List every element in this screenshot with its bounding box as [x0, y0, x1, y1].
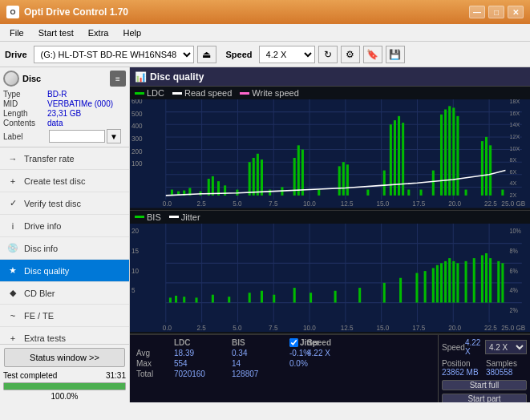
svg-rect-132 [452, 260, 455, 302]
nav-create-test-disc[interactable]: + Create test disc [0, 170, 129, 192]
svg-rect-123 [383, 282, 386, 302]
nav-verify-test-disc[interactable]: ✓ Verify test disc [0, 192, 129, 215]
nav-transfer-rate-label: Transfer rate [24, 154, 75, 164]
nav-extra-tests[interactable]: + Extra tests [0, 327, 129, 344]
svg-rect-53 [338, 166, 341, 195]
stat-table-header: LDC BIS Jitter Speed [136, 338, 431, 347]
svg-rect-112 [183, 297, 185, 302]
refresh-button[interactable]: ↻ [318, 46, 338, 63]
svg-text:4%: 4% [510, 286, 518, 294]
svg-text:10.0: 10.0 [303, 200, 316, 208]
nav-cd-bler-label: CD Bler [24, 289, 55, 298]
minimize-button[interactable]: — [469, 6, 485, 18]
settings-button[interactable]: ⚙ [341, 46, 360, 63]
app-title: Opti Drive Control 1.70 [24, 6, 128, 18]
menu-start-test[interactable]: Start test [32, 26, 80, 39]
legend-jitter-label: Jitter [181, 212, 200, 222]
nav-disc-info[interactable]: 💿 Disc info [0, 237, 129, 260]
svg-text:20.0: 20.0 [448, 323, 461, 332]
create-test-disc-icon: + [6, 175, 19, 188]
menubar: File Start test Extra Help [0, 24, 530, 42]
svg-rect-64 [432, 171, 435, 196]
disc-label-row: Label ▼ [3, 129, 126, 143]
svg-rect-50 [297, 145, 300, 196]
nav-extra-tests-label: Extra tests [24, 333, 66, 343]
stat-th-jitter-cb[interactable]: Jitter [289, 338, 305, 347]
stat-jitter-avg: -0.1% [289, 349, 305, 357]
drive-toolbar: Drive (G:) HL-DT-ST BD-RE WH16NS48 1.D3 … [0, 42, 530, 67]
nav-transfer-rate[interactable]: → Transfer rate [0, 147, 129, 170]
start-part-button[interactable]: Start part [442, 394, 527, 402]
svg-text:300: 300 [131, 135, 143, 143]
disc-length-row: Length 23,31 GB [3, 109, 126, 118]
legend-bis-label: BIS [147, 212, 161, 222]
svg-text:7.5: 7.5 [269, 200, 278, 208]
nav-cd-bler[interactable]: ◆ CD Bler [0, 282, 129, 305]
eject-button[interactable]: ⏏ [197, 46, 216, 63]
maximize-button[interactable]: □ [488, 6, 504, 18]
svg-rect-69 [456, 116, 459, 196]
speed-select-stats[interactable]: 4.2 X [485, 340, 527, 354]
start-full-button[interactable]: Start full [442, 380, 527, 390]
svg-rect-55 [346, 164, 349, 196]
menu-file[interactable]: File [3, 26, 30, 39]
nav-drive-info[interactable]: i Drive info [0, 215, 129, 237]
disc-quality-icon: ★ [6, 265, 19, 277]
titlebar-title: O Opti Drive Control 1.70 [6, 6, 469, 18]
svg-text:0.0: 0.0 [163, 200, 172, 208]
label-btn[interactable]: ▼ [107, 129, 121, 143]
nav-fe-te[interactable]: ~ FE / TE [0, 305, 129, 327]
svg-text:22.5: 22.5 [484, 200, 497, 208]
svg-rect-66 [444, 110, 447, 196]
length-value: 23,31 GB [47, 109, 126, 118]
label-input[interactable] [49, 130, 105, 143]
stat-label-avg: Avg [136, 349, 172, 357]
svg-text:2.5: 2.5 [197, 323, 206, 332]
nav-fe-te-label: FE / TE [24, 311, 54, 321]
svg-rect-130 [444, 260, 447, 302]
save-button[interactable]: 💾 [386, 46, 405, 63]
contents-value: data [47, 119, 126, 127]
stat-ldc-avg: 18.39 [174, 349, 230, 357]
svg-text:5.0: 5.0 [233, 323, 241, 332]
svg-rect-118 [273, 294, 275, 302]
menu-extra[interactable]: Extra [82, 26, 115, 39]
svg-text:5.0: 5.0 [233, 200, 242, 208]
jitter-checkbox[interactable] [289, 338, 298, 347]
svg-rect-116 [249, 293, 251, 302]
status-time: 31:31 [106, 371, 126, 380]
svg-text:17.5: 17.5 [412, 323, 425, 332]
app-icon: O [6, 6, 19, 18]
svg-text:17.5: 17.5 [412, 200, 425, 208]
svg-text:6%: 6% [510, 266, 518, 274]
svg-rect-120 [310, 293, 312, 302]
nav-disc-quality[interactable]: ★ Disc quality [0, 260, 129, 282]
stat-th-ldc: LDC [174, 338, 230, 347]
svg-rect-126 [424, 271, 427, 302]
svg-rect-38 [208, 179, 210, 196]
svg-text:100: 100 [131, 160, 143, 168]
bookmark-button[interactable]: 🔖 [363, 46, 382, 63]
drive-select[interactable]: (G:) HL-DT-ST BD-RE WH16NS48 1.D3 [34, 46, 194, 63]
speed-select[interactable]: 4.2 X [259, 46, 315, 63]
svg-rect-46 [261, 160, 263, 196]
write-speed-dot [240, 92, 249, 95]
disc-header: Disc ≡ [3, 71, 126, 87]
svg-rect-110 [169, 297, 172, 302]
svg-rect-122 [358, 288, 361, 302]
legend-read-speed-label: Read speed [184, 88, 232, 98]
svg-text:2X: 2X [510, 192, 517, 199]
right-panel: 📊 Disc quality LDC Read speed Write spee… [130, 67, 530, 402]
legend-bis: BIS [135, 212, 161, 222]
close-button[interactable]: ✕ [508, 6, 524, 18]
speed-info-val: 4.22 X [465, 338, 485, 356]
svg-rect-127 [432, 268, 435, 302]
nav-items: → Transfer rate + Create test disc ✓ Ver… [0, 147, 129, 344]
status-window-button[interactable]: Status window >> [4, 348, 125, 367]
menu-help[interactable]: Help [116, 26, 148, 39]
disc-settings-icon[interactable]: ≡ [110, 71, 126, 87]
disc-type-row: Type BD-R [3, 90, 126, 99]
svg-text:25.0 GB: 25.0 GB [501, 200, 525, 208]
svg-text:15.0: 15.0 [377, 200, 390, 208]
verify-test-disc-icon: ✓ [6, 197, 19, 210]
